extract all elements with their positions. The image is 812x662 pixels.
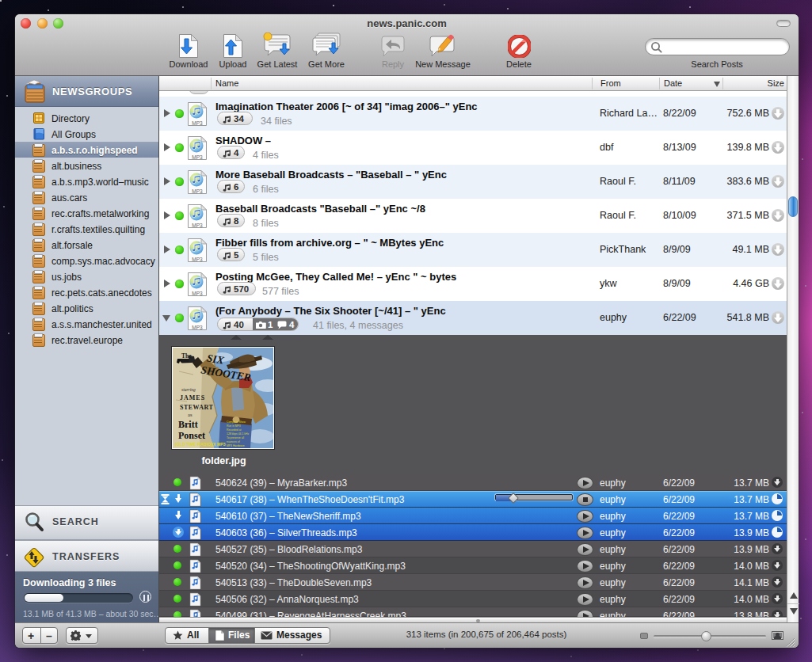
svg-text:Complete Show: Complete Show [227,420,246,424]
svg-text:MP3: MP3 [192,120,203,126]
svg-text:STEWART: STEWART [180,404,214,411]
svg-text:128 kbps 44.1 kHz: 128 kbps 44.1 kHz [227,432,249,436]
svg-text:MP3: MP3 [192,188,203,194]
svg-text:(OLD TIME RADIO)(X MP3: (OLD TIME RADIO)(X MP3 [175,442,226,447]
svg-text:Run in MP3: Run in MP3 [227,424,241,428]
svg-text:MP3: MP3 [192,325,203,330]
svg-text:JAMES: JAMES [180,394,205,401]
svg-text:Ponset: Ponset [178,430,205,441]
svg-text:MP3: MP3 [192,291,203,296]
svg-text:nuances of: nuances of [227,440,240,443]
svg-text:MP3 Hardware: MP3 Hardware [227,444,245,447]
svg-text:MP3: MP3 [192,154,203,160]
svg-text:as: as [188,412,193,417]
svg-text:starring: starring [181,387,196,392]
svg-text:Britt: Britt [178,419,198,430]
svg-text:MP3: MP3 [192,223,203,228]
svg-text:The: The [181,352,192,360]
svg-text:To preserve all: To preserve all [227,436,244,439]
svg-text:Recorded at: Recorded at [227,428,242,432]
svg-text:MP3: MP3 [192,257,203,262]
